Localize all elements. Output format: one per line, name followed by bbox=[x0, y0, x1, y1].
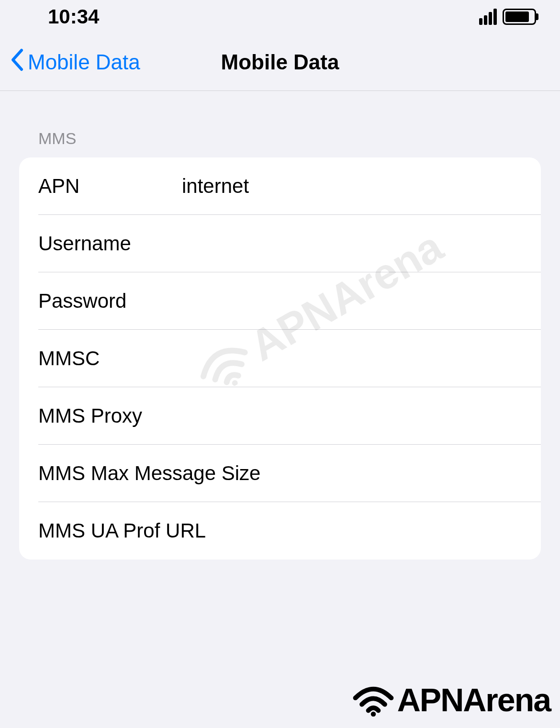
username-input[interactable] bbox=[182, 232, 522, 255]
mmsc-input[interactable] bbox=[182, 347, 522, 370]
status-time: 10:34 bbox=[48, 5, 99, 28]
password-input[interactable] bbox=[182, 290, 522, 313]
apn-row[interactable]: APN bbox=[19, 157, 541, 215]
section-header: MMS bbox=[19, 129, 541, 157]
cellular-signal-icon bbox=[479, 9, 497, 25]
mms-proxy-row[interactable]: MMS Proxy bbox=[19, 387, 541, 445]
mmsc-label: MMSC bbox=[38, 347, 182, 370]
mms-max-size-row[interactable]: MMS Max Message Size bbox=[19, 445, 541, 502]
password-row[interactable]: Password bbox=[19, 272, 541, 330]
mmsc-row[interactable]: MMSC bbox=[19, 330, 541, 387]
battery-icon bbox=[503, 9, 536, 25]
watermark-bottom-text: APNArena bbox=[397, 681, 550, 718]
settings-group: APN Username Password MMSC MMS Proxy MMS… bbox=[19, 157, 541, 560]
status-bar: 10:34 bbox=[0, 0, 560, 34]
apn-input[interactable] bbox=[182, 175, 522, 198]
username-label: Username bbox=[38, 232, 182, 255]
chevron-left-icon bbox=[10, 48, 24, 76]
page-title: Mobile Data bbox=[221, 50, 339, 74]
mms-proxy-input[interactable] bbox=[182, 404, 522, 427]
status-icons bbox=[479, 9, 536, 25]
apn-label: APN bbox=[38, 175, 182, 198]
username-row[interactable]: Username bbox=[19, 215, 541, 272]
watermark-bottom: APNArena bbox=[352, 681, 550, 718]
back-button[interactable]: Mobile Data bbox=[10, 48, 140, 76]
mms-proxy-label: MMS Proxy bbox=[38, 404, 182, 427]
mms-ua-prof-input[interactable] bbox=[206, 519, 522, 542]
wifi-icon bbox=[352, 683, 395, 717]
mms-max-size-label: MMS Max Message Size bbox=[38, 462, 260, 485]
back-label: Mobile Data bbox=[28, 50, 140, 74]
password-label: Password bbox=[38, 290, 182, 313]
mms-max-size-input[interactable] bbox=[260, 462, 522, 485]
content-area: MMS APN Username Password MMSC MMS Proxy bbox=[0, 91, 560, 560]
navigation-bar: Mobile Data Mobile Data bbox=[0, 34, 560, 91]
mms-ua-prof-row[interactable]: MMS UA Prof URL bbox=[19, 502, 541, 560]
svg-point-1 bbox=[370, 712, 376, 717]
mms-ua-prof-label: MMS UA Prof URL bbox=[38, 519, 206, 542]
